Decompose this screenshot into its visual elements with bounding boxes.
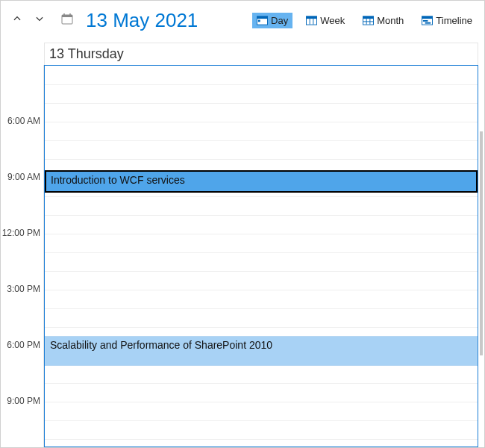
- appointment[interactable]: Scalability and Performance of SharePoin…: [45, 336, 478, 366]
- svg-rect-19: [425, 22, 431, 24]
- grid-line: [45, 420, 478, 421]
- svg-rect-6: [258, 20, 260, 22]
- time-label: 6:00 AM: [7, 116, 40, 126]
- appointment-selected[interactable]: Introduction to WCF services: [45, 170, 478, 193]
- time-label: 3:00 PM: [7, 284, 40, 294]
- grid-line: [45, 215, 478, 216]
- time-label: 6:00 PM: [7, 340, 40, 350]
- grid-line: [45, 290, 478, 290]
- current-date[interactable]: 13 May 2021: [86, 9, 198, 32]
- grid-line: [45, 234, 478, 234]
- calendar-week-icon: [306, 15, 317, 25]
- grid-line: [45, 402, 478, 402]
- day-grid[interactable]: Introduction to WCF services Scalability…: [44, 65, 478, 447]
- view-month-label: Month: [377, 15, 404, 26]
- grid-line: [45, 327, 478, 328]
- calendar-day-icon: [257, 15, 268, 25]
- view-timeline-label: Timeline: [436, 15, 472, 26]
- time-label: 12:00 PM: [2, 228, 40, 238]
- day-header-label: 13 Thursday: [49, 46, 124, 62]
- grid-line: [45, 103, 478, 104]
- view-day-label: Day: [271, 15, 288, 26]
- view-week-label: Week: [320, 15, 345, 26]
- toolbar: 13 May 2021 Day Week: [1, 1, 484, 40]
- chevron-up-icon: [12, 13, 22, 27]
- time-label: 9:00 PM: [7, 396, 40, 406]
- appointment-title: Introduction to WCF services: [51, 174, 185, 186]
- svg-rect-1: [62, 15, 72, 17]
- time-gutter: 6:00 AM 9:00 AM 12:00 PM 3:00 PM 6:00 PM…: [1, 65, 44, 447]
- calendar-month-icon: [363, 15, 374, 25]
- svg-rect-17: [422, 16, 433, 19]
- view-day-button[interactable]: Day: [252, 13, 292, 28]
- calendar-timeline-icon: [422, 15, 433, 25]
- grid-line: [45, 159, 478, 160]
- view-week-button[interactable]: Week: [301, 13, 349, 28]
- scrollbar[interactable]: [480, 131, 483, 355]
- svg-rect-5: [257, 16, 268, 19]
- grid-line: [45, 383, 478, 384]
- grid-line: [45, 140, 478, 141]
- grid-line: [45, 308, 478, 309]
- time-label: 9:00 AM: [7, 172, 40, 182]
- date-picker-button[interactable]: [60, 13, 74, 27]
- next-button[interactable]: [31, 11, 48, 29]
- grid-line: [45, 84, 478, 85]
- view-timeline-button[interactable]: Timeline: [417, 13, 477, 28]
- view-switcher: Day Week: [252, 13, 477, 28]
- chevron-down-icon: [34, 13, 45, 27]
- grid-line: [45, 122, 478, 122]
- svg-rect-8: [307, 16, 317, 19]
- grid-line: [45, 252, 478, 253]
- calendar-icon: [61, 13, 73, 28]
- view-month-button[interactable]: Month: [358, 13, 408, 28]
- grid-line: [45, 439, 478, 440]
- day-header: 13 Thursday: [44, 43, 478, 65]
- appointment-title: Scalability and Performance of SharePoin…: [50, 339, 272, 351]
- prev-button[interactable]: [8, 11, 26, 29]
- svg-rect-12: [363, 16, 374, 19]
- svg-rect-18: [423, 20, 428, 22]
- grid-line: [45, 271, 478, 272]
- grid-line: [45, 196, 478, 197]
